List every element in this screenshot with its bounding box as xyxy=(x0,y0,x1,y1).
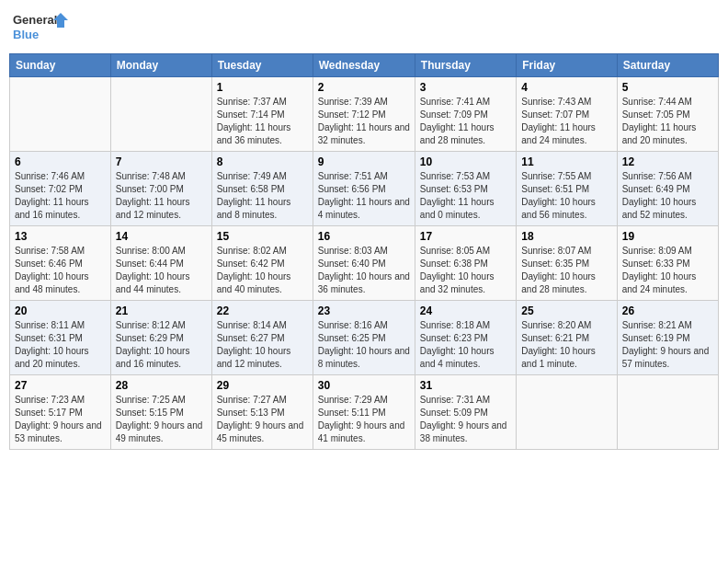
day-detail: Sunrise: 7:27 AM Sunset: 5:13 PM Dayligh… xyxy=(217,394,308,445)
calendar-cell: 5Sunrise: 7:44 AM Sunset: 7:05 PM Daylig… xyxy=(617,77,718,152)
day-detail: Sunrise: 8:03 AM Sunset: 6:40 PM Dayligh… xyxy=(318,245,410,296)
calendar-header: SundayMondayTuesdayWednesdayThursdayFrid… xyxy=(10,54,719,77)
calendar-cell: 2Sunrise: 7:39 AM Sunset: 7:12 PM Daylig… xyxy=(313,77,415,152)
day-number: 19 xyxy=(622,230,713,243)
day-number: 28 xyxy=(116,379,207,392)
calendar-cell: 1Sunrise: 7:37 AM Sunset: 7:14 PM Daylig… xyxy=(211,77,313,152)
calendar-cell: 19Sunrise: 8:09 AM Sunset: 6:33 PM Dayli… xyxy=(617,226,718,301)
day-number: 7 xyxy=(116,155,207,168)
day-number: 11 xyxy=(521,155,611,168)
day-number: 5 xyxy=(622,81,713,94)
day-detail: Sunrise: 7:41 AM Sunset: 7:09 PM Dayligh… xyxy=(420,96,511,147)
day-detail: Sunrise: 7:44 AM Sunset: 7:05 PM Dayligh… xyxy=(622,96,713,147)
calendar-cell: 20Sunrise: 8:11 AM Sunset: 6:31 PM Dayli… xyxy=(10,301,111,375)
calendar-cell: 29Sunrise: 7:27 AM Sunset: 5:13 PM Dayli… xyxy=(211,375,313,450)
day-detail: Sunrise: 8:07 AM Sunset: 6:35 PM Dayligh… xyxy=(521,245,611,296)
day-number: 12 xyxy=(622,155,713,168)
calendar-cell: 18Sunrise: 8:07 AM Sunset: 6:35 PM Dayli… xyxy=(517,226,617,301)
svg-text:Blue: Blue xyxy=(13,28,39,41)
day-detail: Sunrise: 7:49 AM Sunset: 6:58 PM Dayligh… xyxy=(217,170,308,222)
week-row-4: 20Sunrise: 8:11 AM Sunset: 6:31 PM Dayli… xyxy=(10,301,719,375)
day-header-tuesday: Tuesday xyxy=(211,54,313,77)
calendar-cell: 7Sunrise: 7:48 AM Sunset: 7:00 PM Daylig… xyxy=(110,152,211,226)
day-number: 16 xyxy=(318,230,410,243)
day-detail: Sunrise: 8:16 AM Sunset: 6:25 PM Dayligh… xyxy=(318,319,410,371)
day-detail: Sunrise: 7:25 AM Sunset: 5:15 PM Dayligh… xyxy=(116,394,207,445)
day-detail: Sunrise: 7:39 AM Sunset: 7:12 PM Dayligh… xyxy=(318,96,410,147)
day-number: 23 xyxy=(318,304,410,317)
calendar-cell: 27Sunrise: 7:23 AM Sunset: 5:17 PM Dayli… xyxy=(10,375,111,450)
day-detail: Sunrise: 8:02 AM Sunset: 6:42 PM Dayligh… xyxy=(217,245,308,296)
day-header-thursday: Thursday xyxy=(415,54,516,77)
calendar-cell: 8Sunrise: 7:49 AM Sunset: 6:58 PM Daylig… xyxy=(211,152,313,226)
day-number: 30 xyxy=(318,379,410,392)
calendar-body: 1Sunrise: 7:37 AM Sunset: 7:14 PM Daylig… xyxy=(10,77,719,450)
logo: General Blue xyxy=(13,9,68,46)
calendar-cell: 21Sunrise: 8:12 AM Sunset: 6:29 PM Dayli… xyxy=(110,301,211,375)
day-detail: Sunrise: 7:56 AM Sunset: 6:49 PM Dayligh… xyxy=(622,170,713,222)
day-detail: Sunrise: 8:20 AM Sunset: 6:21 PM Dayligh… xyxy=(521,319,611,371)
calendar-cell: 17Sunrise: 8:05 AM Sunset: 6:38 PM Dayli… xyxy=(415,226,516,301)
calendar-cell: 28Sunrise: 7:25 AM Sunset: 5:15 PM Dayli… xyxy=(110,375,211,450)
page-header: General Blue xyxy=(9,9,719,46)
calendar-cell xyxy=(10,77,111,152)
day-number: 2 xyxy=(318,81,410,94)
day-number: 3 xyxy=(420,81,511,94)
calendar-cell: 15Sunrise: 8:02 AM Sunset: 6:42 PM Dayli… xyxy=(211,226,313,301)
day-number: 10 xyxy=(420,155,511,168)
calendar-cell xyxy=(617,375,718,450)
day-detail: Sunrise: 8:21 AM Sunset: 6:19 PM Dayligh… xyxy=(622,319,713,371)
calendar-cell: 6Sunrise: 7:46 AM Sunset: 7:02 PM Daylig… xyxy=(10,152,111,226)
week-row-2: 6Sunrise: 7:46 AM Sunset: 7:02 PM Daylig… xyxy=(10,152,719,226)
day-number: 31 xyxy=(420,379,511,392)
day-header-monday: Monday xyxy=(110,54,211,77)
day-number: 18 xyxy=(521,230,611,243)
day-detail: Sunrise: 8:11 AM Sunset: 6:31 PM Dayligh… xyxy=(15,319,106,371)
calendar-cell: 13Sunrise: 7:58 AM Sunset: 6:46 PM Dayli… xyxy=(10,226,111,301)
header-row: SundayMondayTuesdayWednesdayThursdayFrid… xyxy=(10,54,719,77)
day-detail: Sunrise: 7:55 AM Sunset: 6:51 PM Dayligh… xyxy=(521,170,611,222)
day-number: 8 xyxy=(217,155,308,168)
calendar-cell: 14Sunrise: 8:00 AM Sunset: 6:44 PM Dayli… xyxy=(110,226,211,301)
day-number: 9 xyxy=(318,155,410,168)
day-header-friday: Friday xyxy=(517,54,617,77)
calendar-cell: 16Sunrise: 8:03 AM Sunset: 6:40 PM Dayli… xyxy=(313,226,415,301)
calendar-cell: 11Sunrise: 7:55 AM Sunset: 6:51 PM Dayli… xyxy=(517,152,617,226)
day-detail: Sunrise: 7:37 AM Sunset: 7:14 PM Dayligh… xyxy=(217,96,308,147)
day-detail: Sunrise: 7:51 AM Sunset: 6:56 PM Dayligh… xyxy=(318,170,410,222)
day-header-sunday: Sunday xyxy=(10,54,111,77)
day-number: 26 xyxy=(622,304,713,317)
calendar-cell: 22Sunrise: 8:14 AM Sunset: 6:27 PM Dayli… xyxy=(211,301,313,375)
logo-svg: General Blue xyxy=(13,9,68,46)
calendar-cell: 10Sunrise: 7:53 AM Sunset: 6:53 PM Dayli… xyxy=(415,152,516,226)
calendar-cell: 3Sunrise: 7:41 AM Sunset: 7:09 PM Daylig… xyxy=(415,77,516,152)
day-number: 24 xyxy=(420,304,511,317)
day-detail: Sunrise: 7:53 AM Sunset: 6:53 PM Dayligh… xyxy=(420,170,511,222)
day-detail: Sunrise: 8:18 AM Sunset: 6:23 PM Dayligh… xyxy=(420,319,511,371)
day-number: 25 xyxy=(521,304,611,317)
day-detail: Sunrise: 7:58 AM Sunset: 6:46 PM Dayligh… xyxy=(15,245,106,296)
day-number: 1 xyxy=(217,81,308,94)
day-number: 13 xyxy=(15,230,106,243)
day-detail: Sunrise: 8:05 AM Sunset: 6:38 PM Dayligh… xyxy=(420,245,511,296)
calendar-cell: 25Sunrise: 8:20 AM Sunset: 6:21 PM Dayli… xyxy=(517,301,617,375)
day-number: 20 xyxy=(15,304,106,317)
day-header-saturday: Saturday xyxy=(617,54,718,77)
calendar-cell: 24Sunrise: 8:18 AM Sunset: 6:23 PM Dayli… xyxy=(415,301,516,375)
day-number: 14 xyxy=(116,230,207,243)
day-number: 27 xyxy=(15,379,106,392)
day-detail: Sunrise: 7:31 AM Sunset: 5:09 PM Dayligh… xyxy=(420,394,511,445)
calendar-cell: 9Sunrise: 7:51 AM Sunset: 6:56 PM Daylig… xyxy=(313,152,415,226)
calendar-cell: 30Sunrise: 7:29 AM Sunset: 5:11 PM Dayli… xyxy=(313,375,415,450)
day-number: 15 xyxy=(217,230,308,243)
day-number: 6 xyxy=(15,155,106,168)
day-number: 21 xyxy=(116,304,207,317)
day-number: 4 xyxy=(521,81,611,94)
day-number: 29 xyxy=(217,379,308,392)
calendar-cell: 23Sunrise: 8:16 AM Sunset: 6:25 PM Dayli… xyxy=(313,301,415,375)
day-detail: Sunrise: 7:46 AM Sunset: 7:02 PM Dayligh… xyxy=(15,170,106,222)
calendar-cell: 4Sunrise: 7:43 AM Sunset: 7:07 PM Daylig… xyxy=(517,77,617,152)
calendar-table: SundayMondayTuesdayWednesdayThursdayFrid… xyxy=(9,53,719,450)
calendar-cell xyxy=(110,77,211,152)
calendar-cell: 12Sunrise: 7:56 AM Sunset: 6:49 PM Dayli… xyxy=(617,152,718,226)
